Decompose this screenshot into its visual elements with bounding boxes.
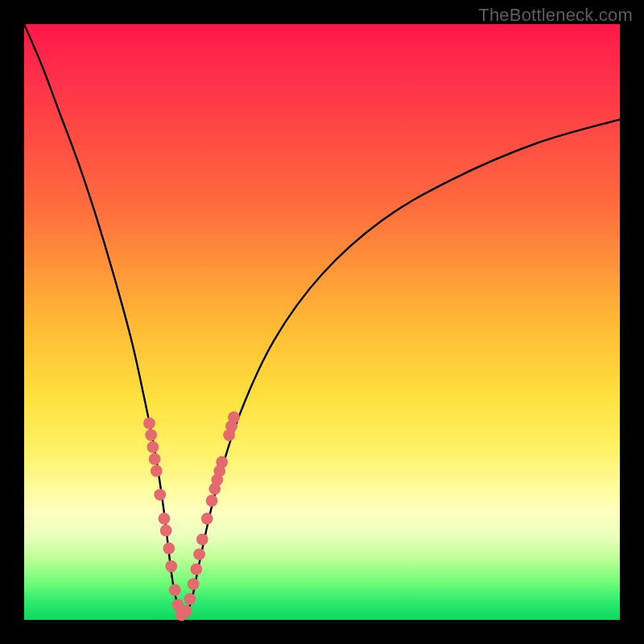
marker-dot	[154, 489, 166, 501]
marker-dot	[159, 513, 171, 525]
marker-dot	[190, 564, 202, 576]
bottleneck-curve	[24, 24, 620, 616]
marker-dot	[160, 525, 172, 537]
outer-frame: TheBottleneck.com	[0, 0, 644, 644]
marker-cluster-left	[143, 417, 188, 621]
marker-dot	[193, 548, 205, 560]
marker-dot	[216, 456, 228, 469]
marker-dot	[165, 560, 177, 572]
marker-dot	[180, 605, 192, 617]
marker-dot	[196, 534, 208, 546]
marker-dot	[188, 578, 200, 590]
marker-dot	[184, 593, 196, 605]
marker-dot	[169, 584, 181, 597]
marker-dot	[145, 429, 157, 441]
marker-dot	[149, 453, 161, 465]
marker-dot	[151, 465, 163, 477]
marker-dot	[206, 495, 218, 507]
marker-dot	[143, 417, 155, 429]
marker-dot	[147, 441, 159, 453]
watermark-text: TheBottleneck.com	[478, 5, 633, 26]
marker-dot	[201, 513, 213, 525]
plot-area	[24, 24, 620, 620]
marker-dot	[163, 543, 175, 555]
chart-svg	[24, 24, 620, 620]
marker-dot	[228, 411, 240, 423]
